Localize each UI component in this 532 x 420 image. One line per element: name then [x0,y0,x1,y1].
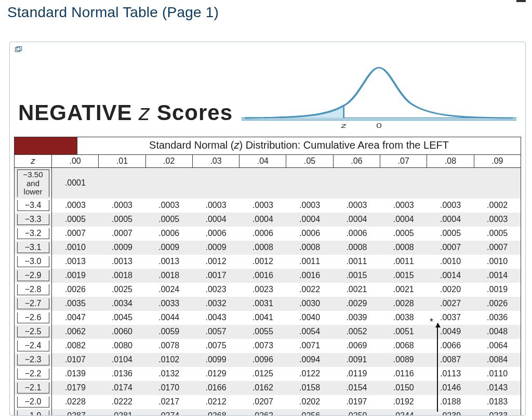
axis-label-z: z [341,122,347,129]
minimize-icon[interactable] [516,0,526,2]
table-cell: .0005 [380,227,427,241]
table-cell: .0012 [192,255,239,269]
table-cell: .0004 [192,213,239,227]
table-cell [99,168,145,199]
table-cell: .0057 [192,325,239,339]
table-row: −2.0.0228.0222.0217.0212.0207.0202.0197.… [15,395,521,409]
table-cell: .0006 [192,227,239,241]
table-cell: .0029 [333,297,380,311]
table-cell: .0004 [333,213,380,227]
table-cell: .0003 [240,199,286,213]
table-cell: .0047 [52,311,99,325]
table-cell: .0003 [380,199,427,213]
col-header: .05 [286,155,333,168]
table-cell: .0166 [192,381,239,395]
table-cell: .0036 [474,311,521,325]
table-cell: .0005 [145,213,192,227]
table-cell: .0006 [286,227,333,241]
table-cell: .0039 [333,311,380,325]
table-cell [286,168,333,199]
table-cell: .0119 [333,367,380,381]
table-row: −2.4.0082.0080.0078.0075.0073.0071.0069.… [15,339,521,353]
z-label-cell: −2.8 [15,283,52,297]
table-cell: .0162 [240,381,286,395]
table-cell: .0009 [145,241,192,255]
table-cell: .0015 [333,269,380,283]
table-cell [145,168,192,199]
table-cell: .0043 [192,311,239,325]
table-cell: .0113 [427,367,474,381]
table-cell: .0256 [286,409,333,416]
table-cell: .0048 [474,325,521,339]
figure-title-part1: NEGATIVE [18,100,139,125]
col-header: .08 [427,155,474,168]
z-label-cell: −3.2 [15,227,52,241]
z-label-cell: −2.0 [15,395,52,409]
table-cell: .0007 [99,227,145,241]
table-banner: Standard Normal (z) Distribution: Cumula… [77,137,521,154]
table-cell: .0004 [427,213,474,227]
table-cell: .0188 [427,395,474,409]
table-row: −3.4.0003.0003.0003.0003.0003.0003.0003.… [15,199,521,213]
table-cell: .0049 [427,325,474,339]
z-label-cell: −2.3 [15,353,52,367]
table-cell: .0023 [192,283,239,297]
table-cell: .0003 [427,199,474,213]
table-cell: .0040 [286,311,333,325]
table-cell: .0268 [192,409,239,416]
table-cell: .0136 [99,367,145,381]
table-cell: .0122 [286,367,333,381]
col-header: .07 [380,155,427,168]
z-label-cell: −1.9 [15,409,52,416]
z-label-cell: −2.1 [15,381,52,395]
col-header: .02 [145,155,192,168]
table-cell: .0228 [52,395,99,409]
table-row: −2.9.0019.0018.0018.0017.0016.0016.0015.… [15,269,521,283]
table-cell: .0116 [380,367,427,381]
table-cell: .0250 [333,409,380,416]
table-cell: .0192 [380,395,427,409]
table-cell: .0019 [474,283,521,297]
table-cell: .0019 [52,269,99,283]
table-cell: .0011 [380,255,427,269]
table-cell: .0087 [427,353,474,367]
table-cell: .0038 [380,311,427,325]
table-cell: .0158 [286,381,333,395]
table-cell: .0244 [380,409,427,416]
table-cell: .0011 [286,255,333,269]
table-cell [240,168,286,199]
table-cell: .0045 [99,311,145,325]
table-cell: .0239 [427,409,474,416]
annotation-star-icon: * [430,317,433,327]
table-cell: .0007 [427,241,474,255]
table-cell: .0274 [145,409,192,416]
table-row: −2.3.0107.0104.0102.0099.0096.0094.0091.… [15,353,521,367]
table-cell: .0006 [240,227,286,241]
table-cell: .0154 [333,381,380,395]
table-cell: .0003 [474,213,521,227]
table-cell: .0174 [99,381,145,395]
table-cell: .0064 [474,339,521,353]
table-cell: .0096 [240,353,286,367]
table-cell: .0078 [145,339,192,353]
axis-label-zero: 0 [376,122,382,129]
table-cell: .0004 [286,213,333,227]
z-table: Standard Normal (z) Distribution: Cumula… [14,137,521,416]
table-cell: .0233 [474,409,521,416]
table-cell: .0031 [240,297,286,311]
popout-icon[interactable] [15,46,22,52]
table-cell: .0007 [474,241,521,255]
table-cell [192,168,239,199]
col-header: .00 [52,155,99,168]
z-label-cell: −2.4 [15,339,52,353]
table-cell: .0041 [240,311,286,325]
table-cell: .0008 [333,241,380,255]
table-row: −2.8.0026.0025.0024.0023.0023.0022.0021.… [15,283,521,297]
table-cell: .0139 [52,367,99,381]
figure-title-part2: Scores [150,100,233,125]
table-cell: .0102 [145,353,192,367]
table-cell: .0107 [52,353,99,367]
table-cell: .0073 [240,339,286,353]
table-cell: .0052 [333,325,380,339]
table-cell: .0010 [52,241,99,255]
